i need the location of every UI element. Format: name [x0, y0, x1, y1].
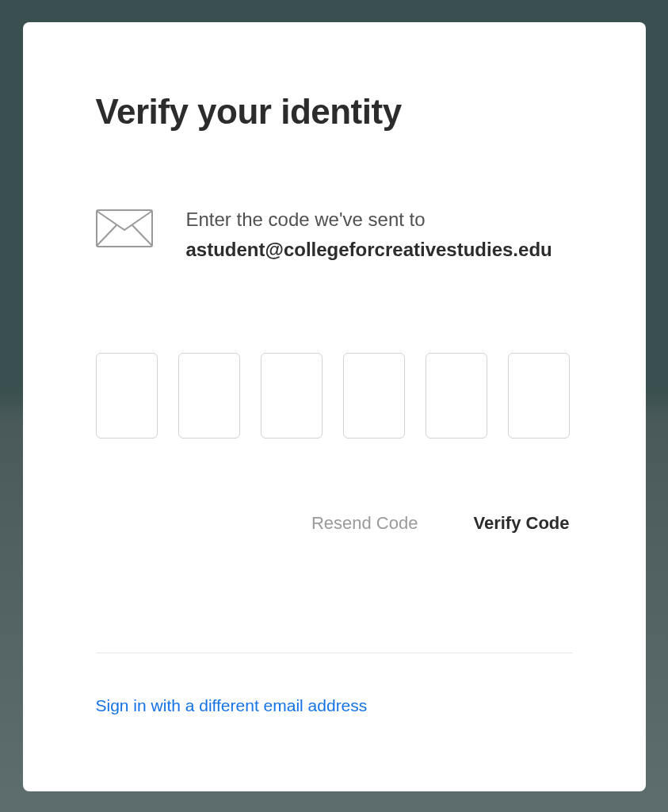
code-input-row: [96, 353, 573, 439]
code-digit-1[interactable]: [96, 353, 158, 439]
envelope-icon: [96, 209, 153, 251]
resend-code-button[interactable]: Resend Code: [311, 513, 418, 534]
code-digit-3[interactable]: [261, 353, 323, 439]
email-address: astudent@collegeforcreativestudies.edu: [186, 239, 552, 260]
instruction-row: Enter the code we've sent to astudent@co…: [96, 205, 573, 266]
code-digit-5[interactable]: [426, 353, 487, 439]
code-digit-4[interactable]: [343, 353, 405, 439]
svg-rect-0: [97, 210, 152, 247]
page-title: Verify your identity: [96, 92, 573, 132]
action-buttons: Resend Code Verify Code: [96, 513, 573, 534]
instruction-prefix: Enter the code we've sent to: [186, 209, 426, 230]
code-digit-2[interactable]: [178, 353, 240, 439]
verification-card: Verify your identity Enter the code we'v…: [23, 22, 646, 791]
divider: [96, 653, 573, 653]
footer: Sign in with a different email address: [96, 653, 573, 715]
instruction-text: Enter the code we've sent to astudent@co…: [186, 205, 552, 266]
code-digit-6[interactable]: [508, 353, 570, 439]
verify-code-button[interactable]: Verify Code: [473, 513, 569, 534]
alt-signin-link[interactable]: Sign in with a different email address: [96, 696, 368, 714]
